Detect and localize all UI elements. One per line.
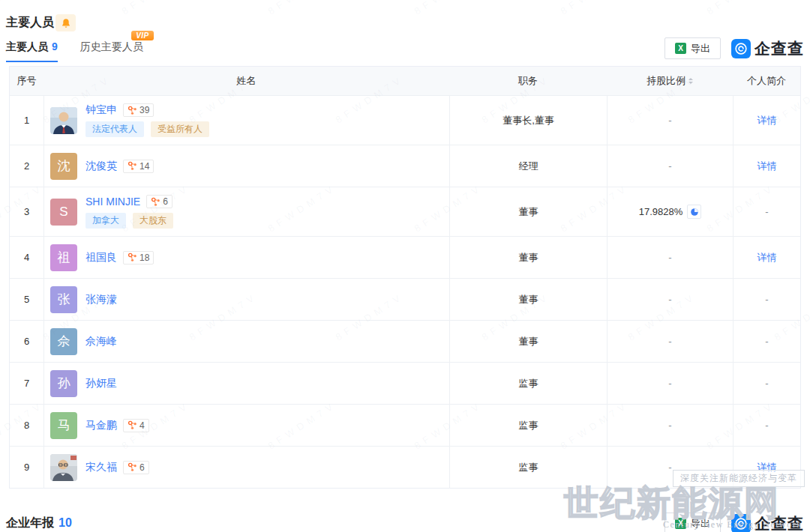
name-cell: S SHI MINJIE 6 加拿大大股东 — [44, 187, 449, 236]
avatar[interactable]: 张 — [50, 286, 77, 313]
annual-report-label: 企业年报 — [6, 516, 54, 529]
relation-graph-icon — [128, 462, 137, 472]
relation-badge[interactable]: 39 — [123, 103, 154, 117]
row-index: 6 — [10, 321, 44, 362]
table-row: 5 张 张海濛 董事 - - — [10, 278, 800, 320]
col-header-share-label: 持股比例 — [646, 74, 686, 88]
qichacha-logo-icon — [731, 514, 751, 532]
person-name-link[interactable]: 马金鹏 — [86, 419, 117, 432]
qichacha-logo-text: 企查查 — [754, 38, 804, 59]
relation-graph-icon — [128, 420, 137, 430]
col-header-name: 姓名 — [44, 74, 449, 88]
row-index: 9 — [10, 447, 44, 488]
profile-cell: - — [733, 321, 800, 362]
relation-count: 39 — [140, 105, 149, 115]
person-name-link[interactable]: 沈俊英 — [86, 160, 117, 173]
tag-list: 加拿大大股东 — [86, 213, 173, 229]
person-name-link[interactable]: SHI MINJIE — [86, 196, 140, 208]
annual-report-heading: 企业年报10 — [6, 516, 72, 531]
share-cell: - — [607, 363, 733, 404]
profile-cell[interactable]: 详情 — [733, 96, 800, 145]
relation-graph-icon — [128, 161, 137, 171]
name-wrap: 张海濛 — [86, 293, 117, 306]
table-row: 8 马 马金鹏 4 — [10, 404, 800, 446]
notification-bell-icon[interactable] — [56, 14, 76, 31]
share-cell: 17.9828% — [607, 187, 733, 236]
profile-cell[interactable]: 详情 — [733, 447, 800, 488]
sort-icon[interactable] — [688, 76, 693, 86]
profile-cell: - — [733, 187, 800, 236]
share-value: - — [668, 378, 671, 389]
person-name-link[interactable]: 钟宝申 — [86, 103, 117, 117]
person-tag: 受益所有人 — [151, 121, 209, 137]
table-row: 3 S SHI MINJIE 6 加拿大大股东 — [10, 187, 800, 236]
share-value: - — [668, 160, 671, 172]
export-button[interactable]: X 导出 — [664, 37, 721, 59]
relation-count: 6 — [140, 462, 145, 473]
avatar[interactable]: 沈 — [50, 153, 77, 180]
tab-label: 历史主要人员 — [80, 40, 143, 52]
avatar[interactable] — [50, 107, 77, 134]
share-value: - — [668, 294, 671, 305]
person-name-link[interactable]: 宋久福 — [86, 461, 117, 474]
relation-badge[interactable]: 14 — [123, 160, 154, 173]
share-value: - — [668, 336, 671, 347]
qichacha-logo-bottom: 企查查 — [731, 513, 804, 532]
export-label: 导出 — [691, 517, 710, 531]
avatar[interactable]: 马 — [50, 412, 77, 439]
relation-graph-icon — [151, 197, 160, 207]
col-header-share[interactable]: 持股比例 — [607, 74, 733, 88]
name-wrap: 孙妍星 — [86, 377, 117, 390]
avatar[interactable]: 祖 — [50, 244, 77, 271]
name-cell: 孙 孙妍星 — [44, 363, 449, 404]
person-name-link[interactable]: 祖国良 — [86, 251, 117, 265]
avatar[interactable]: S — [50, 199, 77, 226]
position-cell: 监事 — [449, 363, 607, 404]
relation-badge[interactable]: 6 — [123, 461, 149, 474]
col-header-profile: 个人简介 — [733, 74, 800, 88]
person-name-link[interactable]: 佘海峰 — [86, 335, 117, 348]
pie-chart-icon[interactable] — [687, 205, 701, 219]
annual-report-count[interactable]: 10 — [58, 516, 72, 529]
name-wrap: 沈俊英 14 — [86, 160, 154, 173]
relation-badge[interactable]: 18 — [123, 251, 154, 265]
person-name-link[interactable]: 孙妍星 — [86, 377, 117, 390]
table-row: 6 佘 佘海峰 董事 - - — [10, 320, 800, 362]
table-row: 7 孙 孙妍星 监事 - - — [10, 362, 800, 404]
tag-list: 法定代表人受益所有人 — [86, 121, 209, 137]
name-cell: 马 马金鹏 4 — [44, 405, 449, 446]
tab-count: 9 — [52, 40, 58, 52]
key-personnel-table: 序号 姓名 职务 持股比例 个人简介 1 钟宝申 — [9, 66, 801, 489]
profile-cell[interactable]: 详情 — [733, 145, 800, 187]
table-row: 1 钟宝申 39 法定代表人受益所有人 — [10, 95, 800, 145]
tab-bar: 主要人员9 历史主要人员 VIP — [6, 40, 143, 62]
qichacha-logo-text: 企查查 — [754, 513, 804, 532]
avatar[interactable]: 孙 — [50, 370, 77, 397]
table-body: 1 钟宝申 39 法定代表人受益所有人 — [10, 95, 800, 488]
avatar[interactable]: 佘 — [50, 328, 77, 355]
table-row: 2 沈 沈俊英 14 — [10, 145, 800, 187]
share-cell: - — [607, 145, 733, 187]
relation-badge[interactable]: 6 — [146, 195, 172, 208]
name-cell: 佘 佘海峰 — [44, 321, 449, 362]
share-cell: - — [607, 237, 733, 278]
relation-count: 6 — [163, 196, 168, 207]
relation-graph-icon — [128, 106, 137, 115]
table-header-row: 序号 姓名 职务 持股比例 个人简介 — [10, 67, 800, 95]
excel-icon: X — [675, 518, 686, 529]
person-tag: 大股东 — [133, 213, 173, 229]
tab-history-personnel[interactable]: 历史主要人员 VIP — [80, 40, 143, 62]
avatar[interactable] — [50, 454, 77, 481]
name-wrap: 钟宝申 39 法定代表人受益所有人 — [86, 103, 209, 137]
relation-badge[interactable]: 4 — [123, 419, 149, 432]
row-index: 5 — [10, 279, 44, 320]
share-cell: - — [607, 447, 733, 488]
export-button-bottom[interactable]: X 导出 — [664, 513, 721, 532]
tab-key-personnel[interactable]: 主要人员9 — [6, 40, 58, 62]
position-cell: 董事 — [449, 279, 607, 320]
col-header-no: 序号 — [10, 74, 44, 88]
profile-cell[interactable]: 详情 — [733, 237, 800, 278]
share-cell: - — [607, 321, 733, 362]
person-name-link[interactable]: 张海濛 — [86, 293, 117, 306]
position-cell: 经理 — [449, 145, 607, 187]
